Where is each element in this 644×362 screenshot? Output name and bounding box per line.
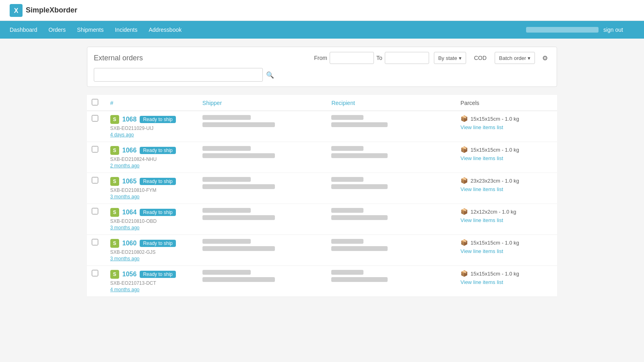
recipient-address-blurred (331, 184, 388, 189)
order-ref: SXB-EO210810-FYM (110, 187, 193, 193)
parcel-icon: 📦 (460, 239, 468, 246)
order-time[interactable]: 3 months ago (110, 194, 193, 200)
logo: X SimpleXborder (10, 4, 77, 17)
recipient-cell (326, 173, 456, 204)
shipper-address-blurred (202, 153, 275, 158)
shipper-info (202, 270, 322, 282)
view-line-items-link[interactable]: View line items list (460, 186, 503, 192)
parcels-cell: 📦 15x15x15cm - 1.0 kg View line items li… (456, 142, 557, 173)
shipper-address-blurred (202, 246, 275, 251)
recipient-cell (326, 204, 456, 235)
parcels-cell: 📦 23x23x23cm - 1.0 kg View line items li… (456, 173, 557, 204)
order-ref: SXB-EO210802-GJS (110, 249, 193, 255)
view-line-items-link[interactable]: View line items list (460, 124, 503, 130)
filter-bar: External orders From To By state ▾ COD B… (87, 47, 557, 87)
recipient-address-blurred (331, 246, 388, 251)
order-ref: SXB-EO210810-OBD (110, 218, 193, 224)
shipper-name-blurred (202, 270, 251, 275)
col-parcels-header: Parcels (456, 95, 557, 111)
to-label: To (376, 55, 382, 61)
parcel-size: 📦 15x15x15cm - 1.0 kg (460, 239, 552, 246)
order-time[interactable]: 3 months ago (110, 225, 193, 230)
order-number: 1060 (122, 240, 137, 247)
nav-incidents[interactable]: Incidents (115, 27, 137, 33)
table-row: S 1066 Ready to ship SXB-EO210824-NHU 2 … (87, 142, 557, 173)
order-time[interactable]: 3 months ago (110, 256, 193, 261)
header: X SimpleXborder (0, 0, 644, 21)
batch-order-button[interactable]: Batch order ▾ (495, 52, 535, 64)
nav-dashboard[interactable]: Dashboard (10, 27, 37, 33)
settings-gear-button[interactable]: ⚙ (540, 53, 550, 63)
search-button[interactable]: 🔍 (266, 71, 274, 79)
recipient-info (331, 208, 451, 220)
row-checkbox-cell (87, 204, 105, 235)
row-checkbox-cell (87, 266, 105, 297)
recipient-name-blurred (331, 208, 363, 213)
view-line-items-link[interactable]: View line items list (460, 155, 503, 161)
row-checkbox[interactable] (92, 239, 98, 245)
recipient-address-blurred (331, 122, 388, 127)
row-checkbox[interactable] (92, 146, 98, 152)
shipper-cell (198, 173, 327, 204)
order-time[interactable]: 4 months ago (110, 287, 193, 292)
main-nav: Dashboard Orders Shipments Incidents Add… (0, 21, 644, 39)
parcel-icon: 📦 (460, 208, 468, 215)
cod-button[interactable]: COD (471, 53, 490, 63)
parcel-icon: 📦 (460, 146, 468, 153)
shipper-cell (198, 142, 327, 173)
table-row: S 1064 Ready to ship SXB-EO210810-OBD 3 … (87, 204, 557, 235)
shipper-name-blurred (202, 115, 251, 120)
shipper-info (202, 146, 322, 158)
order-time[interactable]: 2 months ago (110, 163, 193, 169)
row-checkbox[interactable] (92, 208, 98, 214)
search-input[interactable] (94, 68, 263, 82)
nav-shipments[interactable]: Shipments (77, 27, 103, 33)
by-state-label: By state (438, 55, 457, 61)
parcel-size: 📦 15x15x15cm - 1.0 kg (460, 115, 552, 122)
order-number-cell: S 1060 Ready to ship SXB-EO210802-GJS 3 … (105, 235, 198, 266)
parcel-dimensions: 12x12x2cm - 1.0 kg (471, 209, 516, 215)
col-recipient-header: Recipient (326, 95, 456, 111)
shipper-address-blurred (202, 122, 275, 127)
date-range-group: From To (314, 52, 429, 64)
batch-order-label: Batch order (499, 55, 526, 61)
view-line-items-link[interactable]: View line items list (460, 217, 503, 223)
nav-user-area: sign out (526, 27, 634, 33)
row-checkbox[interactable] (92, 270, 98, 276)
shipper-info (202, 208, 322, 220)
order-time[interactable]: 4 days ago (110, 132, 193, 138)
recipient-name-blurred (331, 115, 363, 120)
parcels-cell: 📦 15x15x15cm - 1.0 kg View line items li… (456, 266, 557, 297)
row-checkbox[interactable] (92, 115, 98, 121)
row-checkbox[interactable] (92, 177, 98, 183)
orders-table: # Shipper Recipient Parcels S (87, 95, 557, 297)
parcels-cell: 📦 15x15x15cm - 1.0 kg View line items li… (456, 111, 557, 142)
page-title: External orders (94, 54, 309, 62)
shopify-icon: S (110, 270, 119, 279)
nav-orders[interactable]: Orders (49, 27, 66, 33)
sign-out-link[interactable]: sign out (603, 27, 623, 33)
status-badge: Ready to ship (140, 209, 175, 216)
nav-addressbook[interactable]: Addressbook (149, 27, 182, 33)
recipient-cell (326, 266, 456, 297)
shopify-icon: S (110, 208, 119, 217)
parcels-cell: 📦 15x15x15cm - 1.0 kg View line items li… (456, 235, 557, 266)
app-name: SimpleXborder (26, 6, 77, 14)
order-ref: SXB-EO211029-UIJ (110, 125, 193, 131)
filter-row2: 🔍 (94, 68, 550, 82)
view-line-items-link[interactable]: View line items list (460, 248, 503, 254)
by-state-button[interactable]: By state ▾ (434, 52, 466, 64)
nav-user-blurred (526, 27, 599, 33)
recipient-info (331, 239, 451, 251)
recipient-info (331, 177, 451, 189)
view-line-items-link[interactable]: View line items list (460, 279, 503, 285)
main-content: External orders From To By state ▾ COD B… (80, 39, 564, 305)
order-ref: SXB-EO210824-NHU (110, 156, 193, 162)
search-icon: 🔍 (266, 72, 274, 78)
recipient-cell (326, 235, 456, 266)
select-all-checkbox[interactable] (92, 99, 98, 105)
from-date-input[interactable] (330, 52, 374, 64)
to-date-input[interactable] (385, 52, 429, 64)
recipient-name-blurred (331, 146, 363, 151)
shipper-name-blurred (202, 177, 251, 182)
